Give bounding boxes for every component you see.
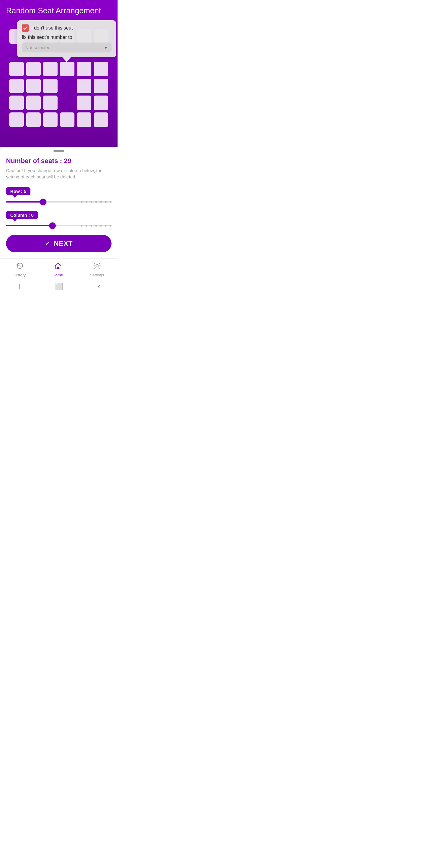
seat-5-4[interactable]	[60, 113, 74, 127]
seat-2-4[interactable]	[60, 62, 74, 76]
seat-4-2[interactable]	[26, 96, 41, 110]
header: Random Seat Arrangement	[0, 0, 118, 20]
next-button[interactable]: ✓ NEXT	[6, 235, 112, 252]
dot	[110, 201, 112, 203]
recent-apps-button[interactable]: ⦀	[18, 283, 20, 290]
dont-use-seat-checkbox[interactable]	[22, 24, 29, 32]
seat-4-6[interactable]	[94, 96, 108, 110]
seat-4-4-empty	[60, 96, 74, 110]
dot	[86, 201, 87, 203]
nav-history[interactable]: History	[13, 261, 26, 277]
row-slider-thumb[interactable]	[40, 198, 46, 205]
drag-handle[interactable]	[53, 150, 64, 152]
bottom-panel: Number of seats : 29 Caution! If you cha…	[0, 147, 118, 258]
seat-4-3[interactable]	[43, 96, 58, 110]
dot	[95, 225, 97, 227]
history-icon	[16, 261, 24, 272]
next-check-icon: ✓	[45, 240, 50, 247]
row-label-bubble: Row : 5	[6, 187, 30, 195]
seat-5-5[interactable]	[77, 113, 91, 127]
seat-5-1[interactable]	[9, 113, 24, 127]
home-label: Home	[53, 273, 63, 277]
popup-checkbox-row: I don't use this seat	[22, 24, 112, 32]
home-icon	[54, 261, 62, 272]
page-title: Random Seat Arrangement	[6, 6, 112, 16]
row-slider-fill	[6, 201, 43, 203]
row-slider-dots	[81, 201, 112, 203]
nav-home[interactable]: Home	[53, 261, 63, 277]
settings-label: Settings	[90, 273, 104, 277]
caution-text: Caution! If you change row or column bel…	[6, 167, 112, 180]
history-label: History	[13, 273, 26, 277]
seat-3-6[interactable]	[94, 79, 108, 93]
seat-row-4	[6, 96, 112, 110]
home-button[interactable]: ⬜	[55, 283, 63, 290]
dropdown-placeholder: Not selected	[25, 45, 50, 50]
column-slider-thumb[interactable]	[49, 222, 56, 229]
dot	[86, 225, 87, 227]
seat-3-3[interactable]	[43, 79, 58, 93]
dot	[105, 225, 107, 227]
seat-2-2[interactable]	[26, 62, 41, 76]
column-label-bubble: Column : 6	[6, 211, 38, 219]
seat-3-4-empty	[60, 79, 74, 93]
dropdown-arrow-icon: ▼	[104, 45, 108, 50]
fix-seat-label: fix this seat's number to	[22, 35, 112, 40]
popup-arrow	[62, 57, 71, 62]
back-button[interactable]: ‹	[98, 283, 100, 290]
seat-3-1[interactable]	[9, 79, 24, 93]
system-nav: ⦀ ⬜ ‹	[0, 279, 118, 293]
bottom-nav: History Home Settings	[0, 258, 118, 279]
seats-count: Number of seats : 29	[6, 157, 112, 165]
settings-icon	[93, 261, 101, 272]
column-slider[interactable]	[6, 223, 112, 229]
dot	[90, 201, 92, 203]
seat-4-1[interactable]	[9, 96, 24, 110]
dont-use-seat-label: I don't use this seat	[31, 25, 73, 31]
svg-point-2	[96, 265, 98, 267]
seat-2-1[interactable]	[9, 62, 24, 76]
row-slider-container: Row : 5	[6, 187, 112, 205]
seat-popup[interactable]: I don't use this seat fix this seat's nu…	[17, 20, 116, 57]
row-slider[interactable]	[6, 199, 112, 205]
column-slider-fill	[6, 225, 53, 226]
seat-5-2[interactable]	[26, 113, 41, 127]
seat-area: I don't use this seat fix this seat's nu…	[0, 20, 118, 147]
dot	[81, 225, 83, 227]
seat-row-5	[6, 113, 112, 127]
seat-3-2[interactable]	[26, 79, 41, 93]
seat-5-6[interactable]	[94, 113, 108, 127]
column-slider-container: Column : 6	[6, 211, 112, 229]
seat-number-dropdown[interactable]: Not selected ▼	[22, 42, 112, 53]
dot	[110, 225, 112, 227]
seat-3-5[interactable]	[77, 79, 91, 93]
dot	[81, 201, 83, 203]
dot	[90, 225, 92, 227]
dot	[95, 201, 97, 203]
seat-5-3[interactable]	[43, 113, 58, 127]
seat-row-2	[6, 62, 112, 76]
dot	[100, 201, 102, 203]
dot	[100, 225, 102, 227]
seat-2-6[interactable]	[94, 62, 108, 76]
seat-4-5[interactable]	[77, 96, 91, 110]
svg-rect-1	[57, 267, 59, 269]
next-label: NEXT	[54, 240, 73, 247]
nav-settings[interactable]: Settings	[90, 261, 104, 277]
seat-row-3	[6, 79, 112, 93]
seat-2-3[interactable]	[43, 62, 58, 76]
dot	[105, 201, 107, 203]
seat-2-5[interactable]	[77, 62, 91, 76]
column-slider-dots	[81, 225, 112, 227]
